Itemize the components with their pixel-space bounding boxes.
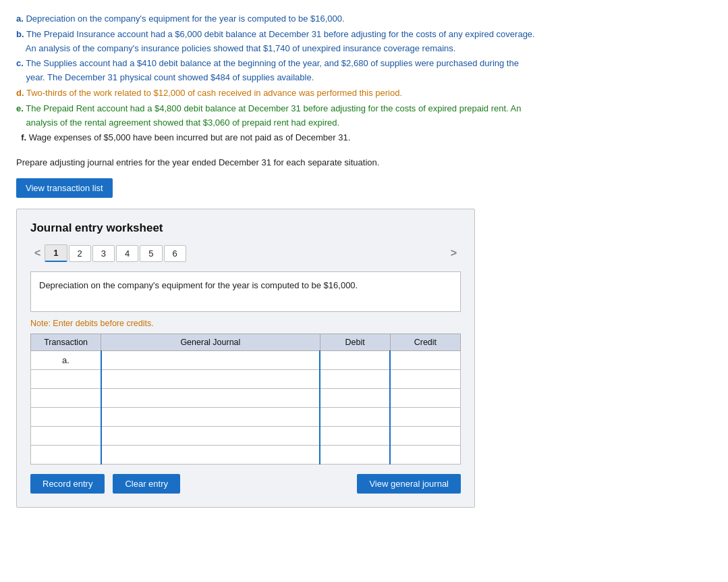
tab-4-button[interactable]: 4 [116,245,138,262]
gj-input-5[interactable] [102,427,319,445]
th-general-journal: General Journal [101,334,320,351]
instruction-e: e. The Prepaid Rent account had a $4,800… [16,103,521,128]
tab-next-button[interactable]: > [447,246,461,261]
debit-input-cell-2[interactable] [320,370,390,389]
gj-input-3[interactable] [102,389,319,407]
table-row [31,427,461,446]
credit-input-6[interactable] [391,446,460,464]
table-row [31,446,461,465]
record-entry-button[interactable]: Record entry [30,474,105,494]
transaction-cell-3 [31,389,101,408]
credit-input-cell-6[interactable] [390,446,460,465]
view-transaction-button[interactable]: View transaction list [16,178,113,198]
th-credit: Credit [390,334,460,351]
gj-input-6[interactable] [102,446,319,464]
debit-input-6[interactable] [320,446,389,464]
th-transaction: Transaction [31,334,101,351]
debit-input-cell-1[interactable] [320,351,390,370]
tab-1-button[interactable]: 1 [45,244,67,262]
tab-2-button[interactable]: 2 [69,245,91,262]
tab-5-button[interactable]: 5 [140,245,162,262]
gj-input-cell-1[interactable] [101,351,320,370]
buttons-row: Record entry Clear entry View general jo… [30,474,461,494]
transaction-cell-6 [31,446,101,465]
debit-input-1[interactable] [320,351,389,369]
credit-input-cell-5[interactable] [390,427,460,446]
gj-input-2[interactable] [102,370,319,388]
instruction-f: f. Wage expenses of $5,000 have been inc… [16,131,664,145]
transaction-cell-5 [31,427,101,446]
table-row [31,389,461,408]
gj-input-4[interactable] [102,408,319,426]
credit-input-cell-1[interactable] [390,351,460,370]
debit-input-4[interactable] [320,408,389,426]
instruction-c: c. The Supplies account had a $410 debit… [16,58,519,82]
debit-input-3[interactable] [320,389,389,407]
credit-input-cell-4[interactable] [390,408,460,427]
worksheet-title: Journal entry worksheet [30,221,461,235]
note-text: Note: Enter debits before credits. [30,319,461,328]
debit-input-cell-5[interactable] [320,427,390,446]
instruction-d: d. Two-thirds of the work related to $12… [16,88,402,98]
credit-input-cell-3[interactable] [390,389,460,408]
worksheet-container: Journal entry worksheet < 1 2 3 4 5 6 > … [16,209,475,508]
view-general-journal-button[interactable]: View general journal [357,474,461,494]
gj-input-cell-3[interactable] [101,389,320,408]
tab-3-button[interactable]: 3 [92,245,115,262]
instruction-b: b. The Prepaid Insurance account had a $… [16,29,535,53]
debit-input-2[interactable] [320,370,389,388]
transaction-cell-2 [31,370,101,389]
credit-input-4[interactable] [391,408,460,426]
gj-input-cell-5[interactable] [101,427,320,446]
gj-input-1[interactable] [102,351,319,369]
description-box: Depreciation on the company's equipment … [30,271,461,312]
table-row [31,370,461,389]
transaction-cell-4 [31,408,101,427]
debit-input-cell-3[interactable] [320,389,390,408]
debit-input-5[interactable] [320,427,389,445]
gj-input-cell-2[interactable] [101,370,320,389]
prepare-text: Prepare adjusting journal entries for th… [16,157,712,167]
credit-input-cell-2[interactable] [390,370,460,389]
gj-input-cell-6[interactable] [101,446,320,465]
instruction-a: a. Depreciation on the company's equipme… [16,14,345,24]
tab-prev-button[interactable]: < [30,246,45,261]
credit-input-1[interactable] [391,351,460,369]
th-debit: Debit [320,334,390,351]
credit-input-2[interactable] [391,370,460,388]
debit-input-cell-6[interactable] [320,446,390,465]
tabs-row: < 1 2 3 4 5 6 > [30,244,461,262]
tab-6-button[interactable]: 6 [164,245,186,262]
table-row: a. [31,351,461,370]
gj-input-cell-4[interactable] [101,408,320,427]
credit-input-3[interactable] [391,389,460,407]
journal-table: Transaction General Journal Debit Credit… [30,334,461,465]
table-row [31,408,461,427]
credit-input-5[interactable] [391,427,460,445]
clear-entry-button[interactable]: Clear entry [113,474,180,494]
instructions-block: a. Depreciation on the company's equipme… [16,12,664,145]
transaction-cell-1: a. [31,351,101,370]
debit-input-cell-4[interactable] [320,408,390,427]
